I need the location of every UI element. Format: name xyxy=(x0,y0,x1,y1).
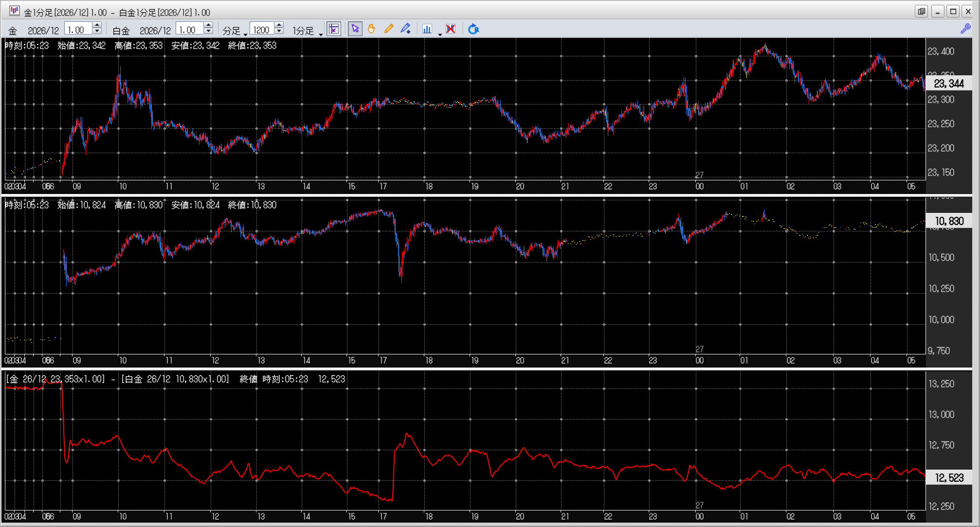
platinum-info-text: 時刻:05:23 始値:10,824 高値:10,830 安値:10,824 終… xyxy=(5,198,276,211)
toolbar: 金 2026/12 1.00 白金 2026/12 1.00 分足 1200 1… xyxy=(1,19,979,37)
platinum-multiplier-input[interactable]: 1.00 xyxy=(176,21,203,35)
platinum-multiplier-spinner[interactable] xyxy=(203,21,213,35)
time-tick xyxy=(256,354,256,356)
time-label: 05 xyxy=(907,510,915,522)
chart-style-button[interactable] xyxy=(420,21,435,36)
marker-tool-button[interactable] xyxy=(398,21,413,36)
chevron-down-icon[interactable] xyxy=(438,27,442,39)
time-tick xyxy=(33,180,34,182)
time-label: 15 xyxy=(347,354,355,366)
pan-tool-button[interactable] xyxy=(364,21,379,36)
candle-overlay-button[interactable] xyxy=(443,21,458,36)
time-label: 12 xyxy=(211,354,219,366)
toolbar-separator xyxy=(218,22,219,35)
time-tick xyxy=(470,354,470,356)
maximize-button[interactable] xyxy=(946,5,960,18)
time-label: 10 xyxy=(119,354,127,366)
spread-plot[interactable] xyxy=(5,371,926,510)
time-label: 21 xyxy=(562,510,569,522)
gold-contract-label: 2026/12 xyxy=(28,24,59,36)
time-tick xyxy=(515,510,516,512)
window-frame-bottom xyxy=(1,523,979,526)
bar-type-dropdown[interactable]: 分足 xyxy=(223,24,240,36)
time-label: 04 xyxy=(18,354,26,366)
time-tick xyxy=(603,354,604,356)
time-label: 11 xyxy=(165,180,173,192)
platinum-symbol-label: 白金 xyxy=(112,24,130,36)
minimize-button[interactable] xyxy=(931,5,944,18)
refresh-button[interactable]: R xyxy=(466,21,481,36)
time-label: 05 xyxy=(907,354,915,366)
data-window-tool-button[interactable] xyxy=(327,21,341,36)
time-label: 13 xyxy=(257,354,265,366)
gold-date-label: 27 xyxy=(696,169,704,180)
gold-multiplier-spinner[interactable] xyxy=(92,21,102,35)
gold-current-price: 23,344 xyxy=(926,75,972,90)
chevron-down-icon[interactable] xyxy=(319,27,323,39)
time-tick xyxy=(60,354,60,356)
select-tool-button[interactable] xyxy=(348,21,363,36)
price-label: 23,300 xyxy=(928,92,954,105)
float-window-button[interactable] xyxy=(915,5,928,18)
time-label: 09 xyxy=(73,510,81,522)
time-label: 19 xyxy=(471,354,478,366)
spin-up-icon[interactable] xyxy=(203,21,213,28)
timeframe-dropdown[interactable]: 1分足 xyxy=(292,24,314,36)
time-tick xyxy=(424,510,424,512)
spin-up-icon[interactable] xyxy=(92,21,102,28)
price-label: 23,150 xyxy=(928,165,954,178)
gold-symbol-label: 金 xyxy=(8,24,17,36)
panel-splitter[interactable] xyxy=(1,368,972,370)
chevron-down-icon[interactable] xyxy=(243,27,248,39)
time-label: 11 xyxy=(165,354,173,366)
time-tick xyxy=(346,354,347,356)
spin-down-icon[interactable] xyxy=(274,28,284,34)
time-tick xyxy=(424,354,424,356)
time-label: 02 xyxy=(787,354,795,366)
time-label: 13 xyxy=(257,180,265,192)
time-label: 18 xyxy=(425,180,433,192)
bar-count-spinner[interactable] xyxy=(274,21,284,35)
price-label: 11,000 xyxy=(928,197,954,201)
time-label: 23 xyxy=(649,354,657,366)
spread-chart-canvas[interactable] xyxy=(5,371,926,510)
platinum-plot[interactable] xyxy=(5,197,926,354)
time-label: 00 xyxy=(696,180,704,192)
time-label: 13 xyxy=(257,510,265,522)
time-label: 06 xyxy=(46,180,54,192)
time-tick xyxy=(740,510,740,512)
spin-up-icon[interactable] xyxy=(274,21,284,28)
gold-chart-canvas[interactable] xyxy=(5,38,926,180)
time-tick xyxy=(210,510,211,512)
price-label: 10,250 xyxy=(928,281,954,294)
time-label: 22 xyxy=(604,180,612,192)
panel-splitter[interactable] xyxy=(1,194,972,197)
time-label: 23 xyxy=(649,510,657,522)
time-tick xyxy=(346,510,347,512)
time-tick xyxy=(561,354,561,356)
spin-down-icon[interactable] xyxy=(203,28,213,34)
gold-plot[interactable] xyxy=(5,38,926,180)
svg-text:R: R xyxy=(474,26,480,34)
time-label: 01 xyxy=(741,354,748,366)
time-label: 10 xyxy=(119,180,127,192)
toolbar-separator xyxy=(345,22,346,35)
platinum-chart-canvas[interactable] xyxy=(5,197,926,354)
time-tick xyxy=(907,354,907,356)
time-label: 18 xyxy=(425,510,433,522)
time-tick xyxy=(740,354,740,356)
time-label: 15 xyxy=(347,180,355,192)
price-label: 10,500 xyxy=(928,250,954,263)
title-bar[interactable]: 金1分足[2026/12]1.00 - 白金1分足[2026/12]1.00 xyxy=(1,1,979,19)
time-label: 22 xyxy=(604,510,612,522)
gold-multiplier-input[interactable]: 1.00 xyxy=(64,21,92,35)
settings-wrench-button[interactable] xyxy=(958,21,973,36)
time-label: 17 xyxy=(379,180,387,192)
draw-tool-button[interactable] xyxy=(381,21,396,36)
spin-down-icon[interactable] xyxy=(92,28,102,34)
time-tick xyxy=(72,510,73,512)
bar-count-input[interactable]: 1200 xyxy=(250,21,274,35)
gold-price-axis: 23,40023,35023,30023,25023,20023,15023,3… xyxy=(926,38,972,193)
platinum-current-price: 10,830 xyxy=(926,213,972,228)
time-label: 01 xyxy=(741,180,748,192)
